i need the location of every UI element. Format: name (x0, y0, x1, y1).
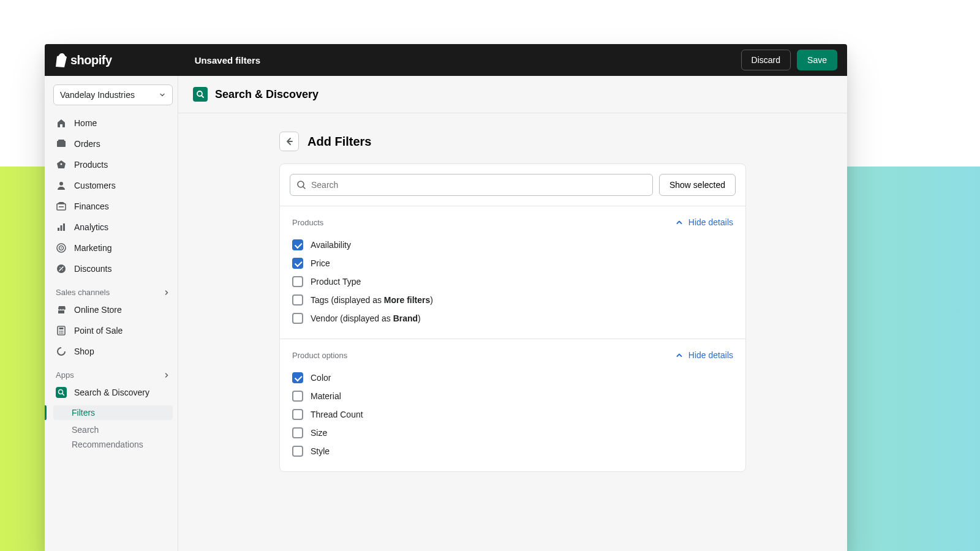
checkbox[interactable] (292, 372, 303, 383)
caret-down-icon (159, 91, 166, 99)
filter-label: Color (311, 373, 331, 383)
hide-details-toggle[interactable]: Hide details (675, 217, 733, 227)
sidebar-item-point-of-sale[interactable]: Point of Sale (53, 323, 173, 339)
filter-option[interactable]: Color (292, 369, 733, 387)
svg-point-15 (59, 331, 61, 332)
section-title: Product options (292, 351, 347, 360)
sidebar-item-customers[interactable]: Customers (53, 178, 173, 193)
search-field-wrap[interactable] (290, 174, 653, 196)
sidebar-item-shop[interactable]: Shop (53, 343, 173, 359)
save-button[interactable]: Save (797, 50, 837, 70)
search-icon (296, 180, 306, 190)
filters-card: Show selected Products Hide details Avai… (279, 163, 746, 472)
svg-rect-8 (63, 223, 65, 231)
filter-label: Price (311, 258, 330, 268)
search-discovery-app-icon (193, 87, 208, 102)
checkbox[interactable] (292, 409, 303, 420)
orders-icon (56, 138, 67, 149)
show-selected-button[interactable]: Show selected (659, 174, 736, 196)
filter-option[interactable]: Thread Count (292, 405, 733, 424)
chevron-right-icon[interactable] (163, 289, 170, 296)
home-icon (56, 118, 67, 129)
checkbox[interactable] (292, 258, 303, 269)
svg-point-19 (61, 332, 62, 334)
checkbox[interactable] (292, 446, 303, 457)
main: Search & Discovery Add Filters (178, 76, 847, 551)
sidebar-item-analytics[interactable]: Analytics (53, 219, 173, 235)
shopify-wordmark: shopify (70, 53, 112, 67)
discard-button[interactable]: Discard (741, 50, 791, 70)
svg-point-20 (62, 332, 64, 334)
shop-icon (56, 346, 67, 357)
svg-point-18 (59, 332, 61, 334)
filter-label: Availability (311, 240, 351, 250)
arrow-left-icon (284, 137, 294, 146)
filter-option[interactable]: Material (292, 387, 733, 405)
sidebar-item-marketing[interactable]: Marketing (53, 240, 173, 256)
filter-label: Material (311, 391, 341, 401)
nav-label: Marketing (74, 243, 111, 253)
sidebar-sub-filters[interactable]: Filters (53, 405, 173, 420)
filter-option[interactable]: Size (292, 424, 733, 442)
onlinestore-icon (56, 304, 67, 315)
products-icon (56, 159, 67, 170)
sidebar-item-home[interactable]: Home (53, 115, 173, 131)
filter-option[interactable]: Vendor (displayed as Brand) (292, 309, 733, 328)
svg-rect-5 (59, 206, 64, 208)
chevron-right-icon[interactable] (163, 372, 170, 379)
filter-label: Tags (displayed as More filters) (311, 295, 433, 305)
nav-label: Customers (74, 181, 116, 190)
svg-point-3 (59, 182, 63, 186)
back-button[interactable] (279, 132, 299, 151)
filter-option[interactable]: Product Type (292, 272, 733, 291)
store-name: Vandelay Industries (60, 90, 135, 100)
sidebar-item-discounts[interactable]: Discounts (53, 261, 173, 277)
sidebar-item-finances[interactable]: Finances (53, 198, 173, 214)
sidebar: Vandelay Industries Home Orders Products… (45, 76, 178, 551)
svg-rect-6 (58, 228, 59, 231)
filter-option[interactable]: Price (292, 254, 733, 272)
filter-option[interactable]: Tags (displayed as More filters) (292, 291, 733, 309)
nav-label: Finances (74, 201, 109, 211)
app-window: shopify Unsaved filters Discard Save Van… (45, 44, 847, 551)
finances-icon (56, 201, 67, 212)
filter-section: Products Hide details Availability Price… (280, 206, 745, 339)
search-input[interactable] (306, 180, 646, 190)
checkbox[interactable] (292, 294, 303, 305)
svg-rect-7 (61, 225, 62, 231)
nav-label: Home (74, 118, 97, 128)
nav-label: Products (74, 160, 108, 170)
chevron-up-icon (675, 218, 684, 227)
hide-details-toggle[interactable]: Hide details (675, 350, 733, 360)
filter-option[interactable]: Availability (292, 236, 733, 254)
sidebar-section-sales: Sales channels (53, 282, 173, 302)
app-header-title: Search & Discovery (215, 88, 318, 101)
checkbox[interactable] (292, 276, 303, 287)
store-selector[interactable]: Vandelay Industries (53, 84, 173, 105)
sidebar-app-search-discovery[interactable]: Search & Discovery (53, 384, 173, 400)
svg-point-21 (59, 390, 63, 394)
filter-label: Product Type (311, 277, 361, 287)
nav-label: Analytics (74, 222, 108, 232)
checkbox[interactable] (292, 391, 303, 402)
sidebar-item-orders[interactable]: Orders (53, 136, 173, 152)
checkbox[interactable] (292, 239, 303, 250)
sidebar-sub-search[interactable]: Search (53, 425, 173, 435)
discounts-icon (56, 263, 67, 274)
sidebar-item-online-store[interactable]: Online Store (53, 302, 173, 318)
section-title: Products (292, 218, 323, 227)
nav-label: Shop (74, 347, 94, 356)
filter-option[interactable]: Style (292, 442, 733, 460)
filter-label: Style (311, 446, 330, 456)
nav-label: Point of Sale (74, 326, 123, 335)
svg-point-16 (61, 331, 62, 332)
topbar: shopify Unsaved filters Discard Save (45, 44, 847, 76)
checkbox[interactable] (292, 313, 303, 324)
pos-icon (56, 325, 67, 336)
sidebar-item-products[interactable]: Products (53, 157, 173, 173)
svg-point-11 (61, 247, 62, 249)
svg-point-17 (62, 331, 64, 332)
topbar-context-title: Unsaved filters (195, 55, 261, 66)
checkbox[interactable] (292, 427, 303, 438)
sidebar-sub-recommendations[interactable]: Recommendations (53, 440, 173, 449)
